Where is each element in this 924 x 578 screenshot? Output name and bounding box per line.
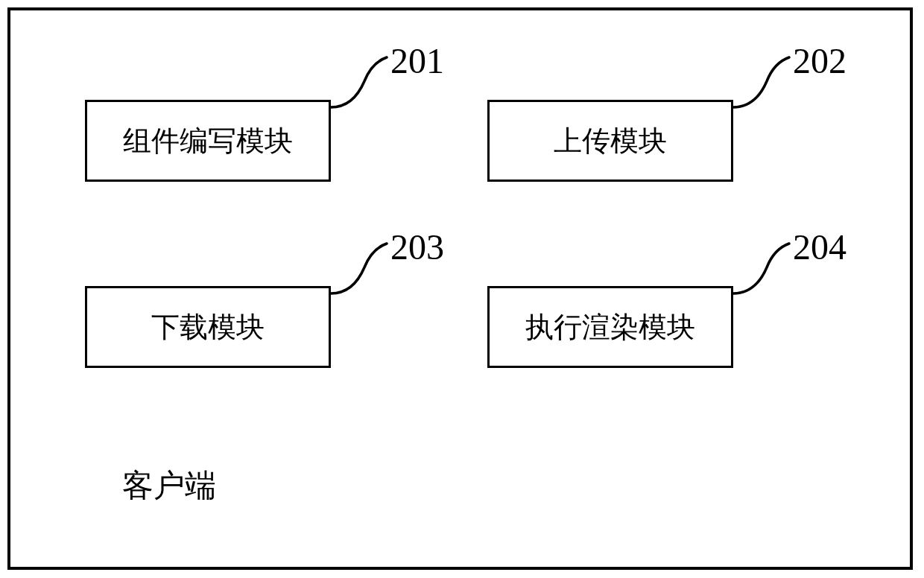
box-201-label: 组件编写模块 [123, 122, 293, 160]
box-202-label: 上传模块 [554, 122, 667, 160]
box-component-writing-module: 组件编写模块 [85, 100, 331, 182]
num-202: 202 [793, 40, 847, 81]
footer-client-label: 客户端 [122, 465, 216, 506]
leader-202 [726, 51, 793, 111]
num-204: 204 [793, 226, 847, 267]
box-download-module: 下载模块 [85, 286, 331, 368]
box-upload-module: 上传模块 [487, 100, 733, 182]
num-201: 201 [390, 40, 444, 81]
box-204-label: 执行渲染模块 [525, 308, 695, 346]
client-container: 组件编写模块 201 上传模块 202 下载模块 203 执行渲染模块 204 … [7, 7, 913, 570]
box-execute-render-module: 执行渲染模块 [487, 286, 733, 368]
box-203-label: 下载模块 [151, 308, 265, 346]
num-203: 203 [390, 226, 444, 267]
leader-203 [323, 238, 390, 297]
leader-201 [323, 51, 390, 111]
leader-204 [726, 238, 793, 297]
